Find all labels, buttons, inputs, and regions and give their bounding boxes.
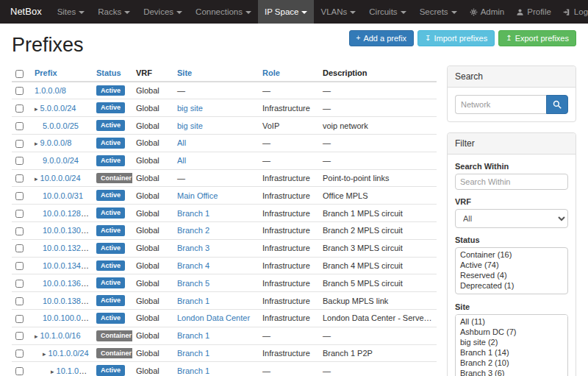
filter-option[interactable]: Branch 3 (6)	[457, 368, 566, 376]
site-link[interactable]: Branch 3	[177, 244, 209, 252]
filter-option[interactable]: Branch 1 (14)	[457, 347, 566, 358]
prefix-link[interactable]: 10.0.0.130/31	[43, 226, 92, 235]
profile-link[interactable]: Profile	[510, 0, 557, 24]
site-link[interactable]: Branch 1	[177, 209, 209, 218]
filter-option[interactable]: Branch 2 (10)	[457, 358, 566, 368]
site-link[interactable]: Branch 4	[177, 261, 209, 270]
navbar: NetBox SitesRacksDevicesConnectionsIP Sp…	[0, 0, 588, 24]
nav-item-devices[interactable]: Devices	[137, 0, 189, 24]
brand[interactable]: NetBox	[6, 0, 51, 24]
row-checkbox[interactable]	[15, 210, 24, 218]
prefix-link[interactable]: 10.0.0.132/31	[43, 244, 92, 252]
prefix-link[interactable]: 10.0.0.128/31	[43, 209, 92, 218]
prefix-link[interactable]: 1.0.0.0/8	[35, 86, 66, 95]
nav-item-secrets[interactable]: Secrets	[413, 0, 464, 24]
prefix-link[interactable]: 5.0.0.0/25	[43, 121, 79, 130]
site-link[interactable]: big site	[177, 104, 203, 113]
column-header-prefix[interactable]: Prefix	[35, 68, 57, 77]
prefix-link[interactable]: 10.0.100.0/24	[43, 313, 92, 322]
filter-option[interactable]: All (11)	[457, 316, 566, 327]
column-header-site[interactable]: Site	[177, 68, 192, 77]
prefix-link[interactable]: 10.1.0.0/16	[40, 331, 81, 340]
row-checkbox[interactable]	[15, 297, 24, 305]
site-link[interactable]: Branch 1	[177, 366, 209, 375]
site-link[interactable]: London Data Center	[177, 313, 250, 322]
site-link[interactable]: Branch 5	[177, 279, 209, 288]
page-header: Prefixes +Add a prefix↧Import prefixes↥E…	[12, 28, 576, 65]
row-checkbox[interactable]	[15, 104, 24, 113]
site-link[interactable]: Branch 2	[177, 226, 209, 235]
row-checkbox[interactable]	[15, 192, 24, 200]
nav-item-sites[interactable]: Sites	[51, 0, 92, 24]
site-link[interactable]: Branch 1	[177, 297, 209, 305]
row-checkbox[interactable]	[15, 350, 24, 358]
prefix-link[interactable]: 9.0.0.0/8	[40, 138, 72, 147]
prefix-link[interactable]: 10.0.0.134/31	[43, 261, 92, 270]
row-checkbox[interactable]	[15, 367, 24, 375]
logout-link[interactable]: Log out	[557, 0, 588, 24]
row-checkbox[interactable]	[15, 157, 24, 165]
filter-option[interactable]: Deprecated (1)	[457, 280, 566, 291]
role-cell: —	[259, 362, 319, 376]
prefix-link[interactable]: 10.0.0.0/31	[43, 191, 83, 200]
site-link[interactable]: Branch 1	[177, 331, 209, 340]
prefix-link[interactable]: 5.0.0.0/24	[40, 104, 76, 113]
expand-arrow-icon[interactable]: ▸	[35, 175, 38, 182]
vrf-select[interactable]: All	[455, 209, 568, 228]
add-prefix-button[interactable]: +Add a prefix	[349, 30, 415, 46]
export-icon: ↥	[506, 35, 512, 42]
expand-arrow-icon[interactable]: ▸	[35, 333, 38, 340]
expand-arrow-icon[interactable]: ▸	[35, 140, 38, 147]
nav-item-racks[interactable]: Racks	[91, 0, 137, 24]
expand-arrow-icon[interactable]: ▸	[35, 105, 38, 113]
row-checkbox[interactable]	[15, 87, 24, 95]
site-filter-select[interactable]: All (11)Ashburn DC (7)big site (2)Branch…	[455, 314, 568, 376]
row-checkbox[interactable]	[15, 122, 24, 130]
status-filter-select[interactable]: Container (16)Active (74)Reserved (4)Dep…	[455, 247, 568, 294]
row-checkbox[interactable]	[15, 140, 24, 148]
expand-arrow-icon[interactable]: ▸	[51, 368, 54, 375]
prefix-link[interactable]: 10.1.0.0/25	[57, 366, 93, 375]
admin-link[interactable]: Admin	[464, 0, 511, 24]
column-header-role[interactable]: Role	[262, 68, 280, 77]
description-cell: Point-to-point links	[319, 169, 437, 187]
row-checkbox[interactable]	[15, 244, 24, 252]
row-checkbox[interactable]	[15, 315, 24, 323]
nav-item-circuits[interactable]: Circuits	[362, 0, 412, 24]
prefix-link[interactable]: 10.0.0.136/31	[43, 279, 92, 288]
nav-item-connections[interactable]: Connections	[189, 0, 258, 24]
site-link[interactable]: Branch 1	[177, 349, 209, 358]
row-checkbox[interactable]	[15, 332, 24, 340]
site-link[interactable]: All	[177, 138, 186, 147]
prefix-link[interactable]: 10.1.0.0/24	[49, 349, 89, 358]
nav-item-ip-space[interactable]: IP Space	[258, 0, 314, 24]
status-badge: Active	[96, 207, 125, 219]
column-header-status[interactable]: Status	[96, 68, 121, 77]
expand-arrow-icon[interactable]: ▸	[43, 350, 46, 358]
row-checkbox[interactable]	[15, 227, 24, 235]
filter-option[interactable]: Active (74)	[457, 260, 566, 270]
filter-option[interactable]: big site (2)	[457, 337, 566, 347]
prefix-link[interactable]: 10.0.0.0/24	[40, 174, 81, 182]
nav-item-vlans[interactable]: VLANs	[314, 0, 362, 24]
search-input[interactable]	[455, 95, 546, 114]
prefix-link[interactable]: 9.0.0.0/24	[43, 156, 79, 165]
filter-option[interactable]: Ashburn DC (7)	[457, 327, 566, 337]
search-button[interactable]	[546, 95, 568, 114]
row-checkbox[interactable]	[15, 262, 24, 270]
table-header-row: PrefixStatusVRFSiteRoleDescription	[12, 65, 437, 82]
import-prefixes-button[interactable]: ↧Import prefixes	[417, 30, 495, 46]
export-prefixes-button[interactable]: ↥Export prefixes	[498, 30, 576, 46]
empty-value: —	[323, 86, 331, 95]
search-within-input[interactable]	[455, 174, 568, 190]
import-icon: ↧	[425, 35, 431, 42]
select-all-checkbox[interactable]	[15, 70, 24, 78]
prefix-link[interactable]: 10.0.0.138/31	[43, 297, 92, 305]
filter-option[interactable]: Reserved (4)	[457, 270, 566, 280]
site-link[interactable]: Main Office	[177, 191, 218, 200]
filter-option[interactable]: Container (16)	[457, 249, 566, 260]
site-link[interactable]: big site	[177, 121, 203, 130]
row-checkbox[interactable]	[15, 280, 24, 288]
row-checkbox[interactable]	[15, 174, 24, 182]
site-link[interactable]: All	[177, 156, 186, 165]
